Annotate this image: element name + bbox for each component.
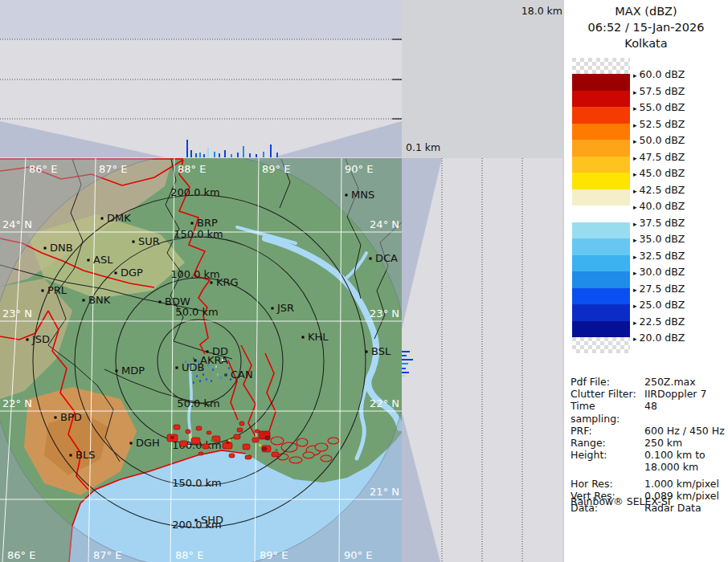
colorbar-band-7 [572,189,630,206]
colorbar-boundary-text: 25.0 dBZ [640,299,685,311]
top-profile-tick [219,153,220,157]
station-marker-krg [211,282,213,284]
echo-cell [212,369,214,371]
colorbar-band-4 [572,140,630,157]
colorbar-boundary-label: ▸37.5 dBZ [633,216,685,228]
metadata-value: 250Z.max [644,376,696,388]
top-profile-tick [186,140,188,157]
product-metadata: Pdf File:250Z.maxClutter Filter:IIRDoppl… [571,376,726,514]
echo-cell [190,436,192,438]
lat-label-right: 23° N [370,307,399,320]
top-profile-tick [243,146,244,157]
echo-cell [265,436,270,440]
colorbar-boundary-text: 42.5 dBZ [640,183,685,195]
echo-cell [245,455,252,459]
echo-cell [228,367,230,369]
top-height-panel [0,0,402,158]
colorbar-tick-arrow: ▸ [633,203,637,211]
echo-cell [275,449,278,451]
station-label-jsr: JSR [276,302,294,314]
colorbar-boundary-label: ▸47.5 dBZ [633,150,685,162]
colorbar-tick-arrow: ▸ [633,285,637,293]
station-marker-asl [88,259,90,262]
right-profile-tick [402,355,407,356]
station-label-sur: SUR [138,235,160,247]
right-height-panel [402,158,562,562]
colorbar-boundary-text: 50.0 dBZ [640,134,685,146]
echo-cell [220,377,222,379]
radar-ppi-map: 86° E86° E87° E87° E88° E88° E89° E89° E… [0,158,402,562]
colorbar-tick-arrow: ▸ [633,252,637,260]
echo-cell [174,425,180,430]
metadata-row: 18.000 km [571,461,726,473]
echo-cell [207,364,209,366]
lon-label-top: 86° E [29,163,57,175]
echo-cell [202,444,209,449]
right-profile-tick [402,372,409,373]
colorbar-boundary-text: 40.0 dBZ [640,200,685,212]
echo-cell [186,430,190,434]
echo-cell [259,444,261,446]
product-title: MAX (dBZ) [564,5,728,18]
metadata-label: PRF: [571,425,644,437]
right-profile-tick [402,351,410,352]
reflectivity-colorbar [572,58,630,353]
station-label-bnk: BNK [88,294,111,306]
metadata-value: 1.000 km/pixel [644,478,719,490]
colorbar-boundary-label: ▸32.5 dBZ [633,249,685,261]
metadata-row: Range:250 km [571,437,726,449]
station-label-shd: SHD [201,514,223,526]
height-axis-max-label: 18.0 km [474,5,562,17]
colorbar-boundary-text: 45.0 dBZ [640,167,685,179]
colorbar-band-9 [572,222,630,239]
echo-cell [225,373,227,376]
station-marker-bpd [55,417,57,419]
echo-cell [215,365,217,368]
echo-cell [195,365,197,368]
station-marker-bls [70,454,72,457]
top-profile-tick [214,152,215,157]
colorbar-band-0 [572,74,630,91]
echo-cell [272,452,279,457]
echo-cell [206,378,207,381]
colorbar-tick-arrow: ▸ [633,170,637,178]
lon-label-bottom: 89° E [260,549,288,561]
echo-cell [230,378,231,381]
top-profile-tick [190,150,192,157]
echo-cell [191,438,200,444]
range-ring-label: 150.0 km [174,228,223,240]
station-marker-udb [176,367,178,369]
station-label-brp: BRP [197,217,218,229]
lon-label-bottom: 90° E [344,549,372,561]
echo-cell [228,439,231,442]
colorbar-boundary-text: 55.0 dBZ [640,101,685,113]
colorbar-boundary-text: 60.0 dBZ [640,68,685,80]
top-profile-tick [256,154,257,157]
colorbar-band-8 [572,206,630,222]
lat-label-right: 22° N [370,397,399,409]
echo-cell [198,360,199,363]
echo-cell [188,364,190,366]
station-marker-bnk [83,299,85,302]
station-label-udb: UDB [182,361,204,373]
top-profile-tick [270,145,272,157]
echo-cell [193,357,194,360]
station-label-dgh: DGH [136,437,160,449]
height-axis-min-label: 0.1 km [406,141,440,153]
range-ring-label: 50.0 km [177,397,219,409]
station-label-bls: BLS [76,449,95,461]
top-profile-tick [203,154,205,157]
metadata-value: IIRDoppler 7 [644,388,706,400]
lon-label-top: 88° E [178,163,206,175]
top-panel-upper-band [0,0,402,39]
lat-label-right: 24° N [370,218,399,230]
colorbar-tick-arrow: ▸ [633,269,637,277]
colorbar-boundary-label: ▸50.0 dBZ [633,134,685,146]
echo-cell [202,373,204,376]
colorbar-boundary-text: 52.5 dBZ [640,117,685,129]
station-marker-bsl [366,351,368,353]
station-marker-shd [195,519,198,522]
colorbar-band-13 [572,288,630,305]
colorbar-above-max-checker [572,58,630,74]
top-profile-tick [263,152,264,157]
